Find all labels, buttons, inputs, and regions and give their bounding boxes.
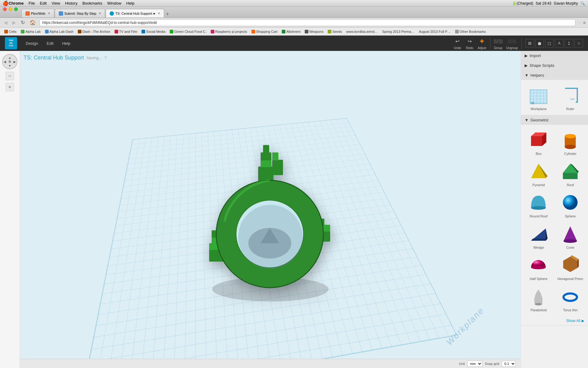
address-input[interactable]	[40, 19, 575, 26]
file-menu[interactable]: File	[28, 1, 35, 6]
view-3d-icon[interactable]: ◼	[535, 39, 544, 48]
bookmark-green-cloud[interactable]: Green Cloud Food C.	[168, 29, 208, 34]
geometric-grid: Box Cylinder	[521, 125, 588, 316]
bookmark-social-media[interactable]: Social Media	[140, 29, 167, 34]
unit-select[interactable]: mm cm in	[467, 361, 482, 367]
viewport[interactable]: Workplane TS: Central Hub Support Saving…	[20, 51, 521, 368]
home-button[interactable]: 🏠	[28, 19, 37, 26]
shape-item-box[interactable]: Box	[524, 128, 553, 157]
group-button[interactable]: ⬛⬛ Group	[494, 37, 503, 50]
shape-item-round-roof[interactable]: Round Roof	[524, 190, 553, 219]
bookmark-spring2013[interactable]: Spring 2013 Perma…	[380, 29, 417, 34]
tab-close-tinkercad[interactable]: ✕	[158, 12, 160, 15]
tab-plexweb[interactable]: Plex/Web ✕	[21, 9, 54, 17]
bookmarks-bar: Celtx Alpha Lab Alpha Lab Dash Dash –The…	[0, 28, 588, 36]
shape-item-torus[interactable]: Torus thin	[556, 284, 585, 313]
zoom-out-button[interactable]: −	[6, 72, 14, 80]
chrome-tabbar: Plex/Web ✕ Submit: Step By Step ✕ TS: Ce…	[0, 7, 588, 18]
help-menu-btn[interactable]: Help	[58, 40, 74, 47]
import-header[interactable]: ▶ Import	[521, 51, 588, 60]
svg-text:W: W	[531, 101, 534, 105]
svg-point-45	[563, 195, 578, 210]
ungroup-button[interactable]: ⬛⬛ Ungroup	[506, 37, 518, 50]
undo-button[interactable]: ↩ Undo	[453, 37, 462, 50]
main-content: ▲ ◀ ▶ ▼ − + Workplane	[0, 51, 588, 368]
bookmark-seeds[interactable]: Seeds	[326, 29, 344, 34]
bookmark-alpha-lab[interactable]: Alpha Lab	[19, 29, 43, 34]
help-menu[interactable]: Help	[126, 1, 134, 6]
show-all-button[interactable]: Show All ▶	[521, 316, 588, 325]
view-wireframe-icon[interactable]: ◻	[545, 39, 554, 48]
design-menu-btn[interactable]: Design	[22, 40, 42, 47]
window-menu[interactable]: Window	[107, 1, 121, 6]
helpers-header[interactable]: ▼ Helpers	[521, 71, 588, 80]
search-icon[interactable]: 🔍	[580, 1, 585, 6]
bookmark-alpha-lab-dash[interactable]: Alpha Lab Dash	[43, 29, 75, 34]
bookmark-dash-archon[interactable]: Dash –The Archon	[76, 29, 112, 34]
bookmark-star[interactable]: ☆	[578, 20, 582, 25]
tab-close-plexweb[interactable]: ✕	[48, 12, 50, 15]
view-menu[interactable]: View	[51, 1, 60, 6]
right-panel: ▶ Import ▶ Shape Scripts ▼ Helpers	[521, 51, 588, 368]
tab-favicon-submit	[59, 11, 63, 16]
snap-select[interactable]: 0.1 0.5 1	[502, 361, 516, 367]
shape-item-hex-prism[interactable]: Hexagonal Prism	[556, 253, 585, 282]
wedge-thumb	[528, 223, 549, 244]
bookmark-other[interactable]: Other Bookmarks	[453, 29, 488, 34]
bookmark-bordbia[interactable]: www.bordbia.ie/ind…	[344, 29, 379, 34]
bookmark-aug2013[interactable]: August 2013 Full P…	[417, 29, 453, 34]
shape-item-sphere[interactable]: Sphere	[556, 190, 585, 219]
tab-submit[interactable]: Submit: Step By Step ✕	[55, 9, 105, 17]
nav-compass[interactable]: ▲ ◀ ▶ ▼	[2, 54, 17, 69]
view-star-icon[interactable]: ☆	[575, 39, 583, 48]
shape-item-wedge[interactable]: Wedge	[524, 222, 553, 251]
workplane-label: Workplane	[531, 107, 547, 111]
tinkercad-logo[interactable]: TINKERCAD	[5, 37, 17, 49]
project-name: TS: Central Hub Support	[24, 55, 84, 61]
shape-item-half-sphere[interactable]: Half Sphere	[524, 253, 553, 282]
bookmarks-menu[interactable]: Bookmarks	[82, 1, 102, 6]
zoom-in-button[interactable]: +	[6, 83, 14, 91]
window-close-button[interactable]	[3, 7, 7, 11]
svg-point-38	[565, 145, 576, 149]
shape-item-cylinder[interactable]: Cylinder	[556, 128, 585, 157]
view-one-icon[interactable]: 1	[565, 39, 573, 48]
forward-button[interactable]: ▶	[11, 19, 17, 26]
shape-item-cone[interactable]: Cone	[556, 222, 585, 251]
redo-button[interactable]: ↪ Redo	[466, 37, 474, 50]
shape-item-ruler[interactable]: mm Ruler	[556, 83, 585, 112]
bookmark-allotment[interactable]: Allotment	[280, 29, 302, 34]
shape-item-pyramid[interactable]: Pyramid	[524, 159, 553, 188]
sphere-thumb	[560, 192, 581, 213]
bookmark-raspberry[interactable]: Raspberry pi projects	[209, 29, 249, 34]
paraboloid-label: Paraboloid	[530, 308, 547, 312]
svg-point-55	[535, 303, 542, 305]
window-maximize-button[interactable]	[14, 7, 18, 11]
view-grid-icon[interactable]: ⊞	[526, 39, 534, 48]
back-button[interactable]: ◀	[2, 19, 9, 26]
history-menu[interactable]: History	[65, 1, 77, 6]
shape-item-paraboloid[interactable]: Paraboloid	[524, 284, 553, 313]
window-minimize-button[interactable]	[9, 7, 12, 11]
bookmark-shopping[interactable]: Shopping Cart	[250, 29, 279, 34]
edit-menu[interactable]: Edit	[40, 1, 47, 6]
apple-icon[interactable]: 🍎	[2, 0, 9, 6]
reload-button[interactable]: ↻	[20, 19, 26, 26]
help-icon[interactable]: ?	[104, 56, 107, 60]
bookmark-celtx[interactable]: Celtx	[2, 29, 18, 34]
shape-scripts-header[interactable]: ▶ Shape Scripts	[521, 61, 588, 70]
bookmark-tv-film[interactable]: TV and Film	[113, 29, 139, 34]
adjust-button[interactable]: ✚ Adjust	[478, 37, 486, 50]
tab-label-submit: Submit: Step By Step	[64, 12, 96, 15]
chrome-menu[interactable]: Chrome	[9, 1, 24, 6]
new-tab-button[interactable]: +	[166, 11, 169, 17]
shape-item-workplane[interactable]: W Workplane	[524, 83, 553, 112]
geometric-header[interactable]: ▼ Geometric	[521, 115, 588, 125]
tab-tinkercad[interactable]: TS: Central Hub Support ● ✕	[106, 9, 164, 17]
shape-item-roof[interactable]: Roof	[556, 159, 585, 188]
bookmark-weapons[interactable]: Weapons	[303, 29, 325, 34]
chrome-settings[interactable]: ≡	[583, 20, 586, 25]
edit-menu-btn[interactable]: Edit	[43, 40, 57, 47]
view-text-icon[interactable]: A	[555, 39, 564, 48]
tab-close-submit[interactable]: ✕	[99, 12, 101, 15]
